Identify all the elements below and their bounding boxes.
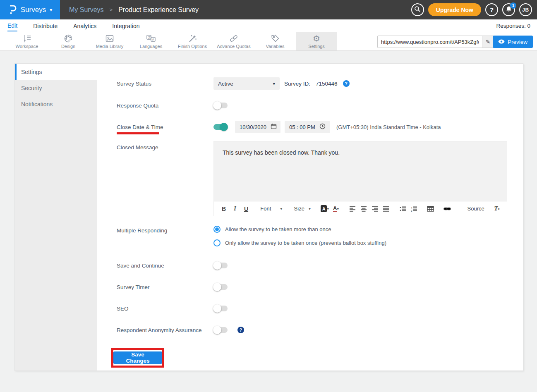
close-date-time-label: Close Date & Time	[117, 124, 163, 130]
justify-button[interactable]	[382, 204, 390, 214]
seo-label: SEO	[117, 306, 129, 312]
sidebar-item-security[interactable]: Security	[15, 80, 97, 96]
seo-controls	[213, 306, 228, 311]
underline-button[interactable]: U	[242, 204, 250, 214]
align-center-icon	[360, 206, 367, 212]
close-date-value: 10/30/2020	[240, 124, 266, 130]
text-color-button[interactable]: A ▾	[332, 204, 340, 214]
align-left-icon	[349, 206, 356, 212]
save-and-continue-toggle[interactable]	[213, 263, 228, 268]
closed-message-textarea[interactable]: This survey has been closed now. Thank y…	[214, 141, 507, 201]
save-and-continue-controls	[213, 263, 228, 268]
toggle-knob	[213, 101, 221, 110]
settings-panel: Settings Security Notifications Survey S…	[14, 63, 523, 371]
tab-analytics[interactable]: Analytics	[73, 21, 96, 31]
tab-distribute[interactable]: Distribute	[33, 21, 58, 31]
timezone-text: (GMT+05:30) India Standard Time - Kolkat…	[336, 124, 441, 130]
align-right-button[interactable]	[371, 204, 379, 214]
align-left-button[interactable]	[348, 204, 357, 214]
breadcrumb-my-surveys[interactable]: My Surveys	[69, 6, 104, 14]
translate-icon: 文A	[146, 34, 156, 43]
toolbar-item-finish-options[interactable]: Finish Options	[172, 32, 213, 50]
svg-text:1: 1	[411, 206, 412, 208]
chevron-down-icon: ▾	[280, 206, 282, 211]
tab-integration[interactable]: Integration	[112, 21, 139, 31]
multiple-responding-option-2[interactable]: Only allow the survey to be taken once (…	[213, 239, 386, 246]
survey-status-value: Active	[218, 81, 233, 87]
toolbar-item-media-library[interactable]: Media Library	[89, 32, 130, 50]
svg-text:文: 文	[148, 36, 151, 39]
toolbar-item-workspace[interactable]: Workspace	[6, 32, 48, 50]
close-date-time-toggle[interactable]	[213, 124, 228, 130]
anonymity-controls: ?	[213, 327, 244, 333]
survey-url-input[interactable]	[378, 36, 482, 48]
size-select[interactable]: Size ▾	[292, 206, 312, 212]
seo-row: SEO	[97, 304, 523, 313]
source-icon	[460, 206, 465, 212]
italic-button[interactable]: I	[231, 204, 239, 214]
survey-timer-label: Survey Timer	[117, 284, 150, 290]
sidebar-item-settings[interactable]: Settings	[15, 64, 97, 80]
closed-message-editor: This survey has been closed now. Thank y…	[213, 141, 507, 216]
toolbar-item-settings[interactable]: ⚙ Settings	[296, 32, 337, 50]
insert-link-button[interactable]	[443, 204, 451, 214]
toolbar-item-advance-quotas[interactable]: Advance Quotas	[213, 32, 254, 50]
anonymity-toggle[interactable]	[213, 327, 228, 333]
align-center-button[interactable]	[360, 204, 368, 214]
breadcrumb-separator-icon: >	[110, 7, 113, 13]
source-button[interactable]: Source	[460, 206, 484, 212]
toolbar-item-languages[interactable]: 文A Languages	[130, 32, 172, 50]
notifications-button[interactable]: 1	[502, 3, 515, 16]
toolbar-item-design[interactable]: Design	[48, 32, 89, 50]
user-avatar[interactable]: JB	[519, 3, 532, 16]
preview-button[interactable]: Preview	[493, 36, 533, 48]
svg-text:2: 2	[411, 209, 412, 212]
multiple-responding-option-1[interactable]: Allow the survey to be taken more than o…	[213, 226, 331, 233]
search-button[interactable]	[411, 3, 424, 16]
seo-toggle[interactable]	[213, 306, 228, 311]
help-button[interactable]: ?	[485, 3, 498, 16]
upgrade-now-button[interactable]: Upgrade Now	[428, 3, 481, 16]
survey-status-select[interactable]: Active ▾	[213, 77, 280, 90]
radio-unselected-icon[interactable]	[213, 239, 221, 246]
edit-url-button[interactable]: ✎	[482, 36, 494, 48]
toggle-knob	[213, 261, 221, 270]
image-icon	[105, 34, 115, 43]
multiple-responding-option-2-label: Only allow the survey to be taken once (…	[225, 240, 386, 246]
toolbar-item-variables[interactable]: Variables	[254, 32, 296, 50]
bullet-list-icon	[400, 206, 406, 212]
remove-format-icon: T	[494, 205, 498, 212]
toolbar-item-label: Media Library	[96, 44, 124, 49]
response-quota-controls	[213, 103, 228, 108]
sidebar-item-notifications[interactable]: Notifications	[15, 96, 97, 112]
insert-table-button[interactable]	[427, 204, 435, 214]
background-color-button[interactable]: A ▾	[321, 204, 329, 214]
anonymity-help-icon[interactable]: ?	[237, 327, 244, 333]
search-icon	[414, 6, 421, 14]
toolbar-item-label: Settings	[308, 44, 325, 49]
numbered-list-button[interactable]: 12	[410, 204, 418, 214]
numbered-list-icon: 12	[411, 206, 417, 212]
chevron-down-icon: ▾	[309, 206, 311, 211]
tab-edit[interactable]: Edit	[7, 20, 17, 31]
align-right-icon	[372, 206, 378, 212]
survey-timer-toggle[interactable]	[213, 284, 228, 290]
toggle-knob	[220, 123, 228, 131]
survey-id-value: 7150446	[316, 81, 338, 87]
font-select[interactable]: Font ▾	[259, 206, 284, 212]
response-quota-toggle[interactable]	[213, 103, 228, 108]
close-date-input[interactable]: 10/30/2020	[235, 121, 280, 133]
survey-id-help-icon[interactable]: ?	[343, 80, 350, 87]
radio-selected-icon[interactable]	[213, 226, 221, 233]
toggle-knob	[213, 326, 221, 334]
page-title: Product Experience Survey	[118, 6, 199, 14]
save-changes-button[interactable]: Save Changes	[113, 351, 162, 364]
survey-url-field: ✎	[377, 36, 494, 48]
toolbar-item-label: Languages	[140, 44, 162, 49]
bold-button[interactable]: B	[220, 204, 228, 214]
close-time-input[interactable]: 05 : 00 PM	[285, 121, 330, 133]
survey-timer-row: Survey Timer	[97, 282, 523, 292]
remove-format-button[interactable]: Tx	[493, 204, 501, 214]
bullet-list-button[interactable]	[399, 204, 407, 214]
app-logo-menu[interactable]: Surveys ▾	[0, 0, 60, 19]
